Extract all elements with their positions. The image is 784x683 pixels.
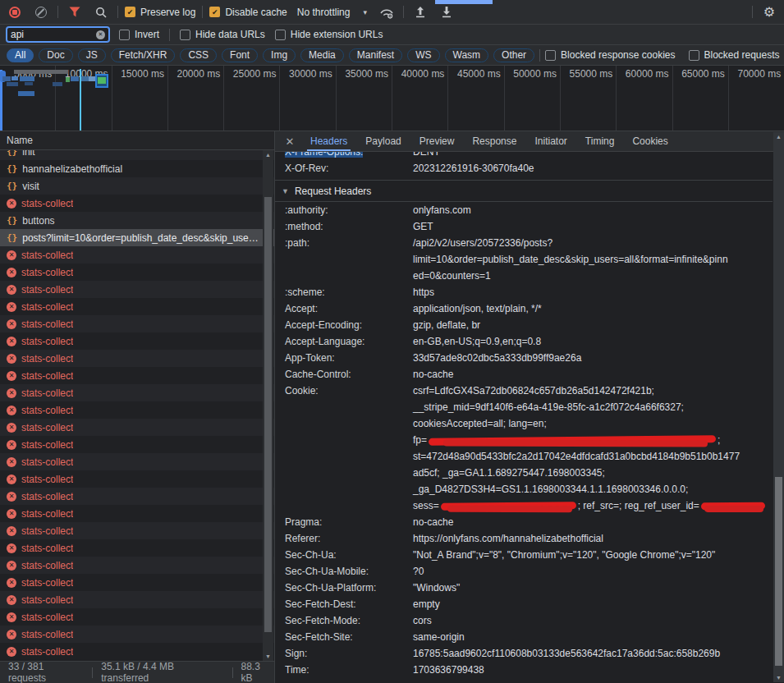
settings-button[interactable]: ⚙ [759,2,779,22]
request-row[interactable]: {}init [0,150,274,160]
request-row[interactable]: ✕stats-collect [0,332,274,350]
tab-payload[interactable]: Payload [356,131,410,151]
filter-input[interactable]: api ✕ [7,27,109,42]
header-row: Sec-Ch-Ua-Mobile:?0 [275,563,773,580]
error-icon: ✕ [7,268,16,277]
value-text: st=472d48a90d5433bfc2a2d17042e4dfdcafd31… [413,451,740,462]
filter-chip-other[interactable]: Other [493,48,534,62]
filter-chip-doc[interactable]: Doc [39,48,72,62]
request-row[interactable]: ✕stats-collect [0,643,274,660]
tab-cookies[interactable]: Cookies [623,131,676,151]
filter-chip-fetch-xhr[interactable]: Fetch/XHR [111,48,176,62]
request-row[interactable]: ✕stats-collect [0,470,274,488]
scrollbar-thumb[interactable] [775,477,782,666]
network-conditions-button[interactable] [377,2,397,22]
request-name: stats-collect [21,353,73,364]
header-value: empty [413,596,773,612]
blocked-response-cookies-checkbox[interactable]: Blocked response cookies [545,49,675,61]
request-row[interactable]: ✕stats-collect [0,384,274,401]
request-row[interactable]: ✕stats-collect [0,367,274,384]
filter-chip-media[interactable]: Media [300,48,344,62]
request-row[interactable]: ✕stats-collect [0,315,274,332]
scroll-down-icon[interactable]: ▼ [263,653,273,659]
filter-chip-all[interactable]: All [7,48,34,62]
clear-filter-icon[interactable]: ✕ [96,30,105,39]
request-row[interactable]: ✕stats-collect [0,264,274,281]
export-har-button[interactable] [437,2,456,22]
clear-button[interactable] [31,2,51,22]
disable-cache-checkbox[interactable]: ✔ Disable cache [209,7,287,18]
search-icon [95,7,107,18]
status-divider [92,667,93,678]
filter-chip-manifest[interactable]: Manifest [349,48,402,62]
request-row[interactable]: {}hannahelizabethofficial [0,160,274,177]
request-row[interactable]: {}posts?limit=10&order=publish_date_desc… [0,229,274,246]
header-name: Cookie: [285,383,413,514]
preserve-log-checkbox[interactable]: ✔ Preserve log [125,7,195,18]
request-row[interactable]: ✕stats-collect [0,488,274,505]
request-headers-section-header[interactable]: ▼ Request Headers [275,181,773,202]
filter-chip-js[interactable]: JS [78,48,106,62]
scrollbar-thumb[interactable] [264,197,272,632]
filter-chip-css[interactable]: CSS [180,48,217,62]
request-row[interactable]: ✕stats-collect [0,436,274,453]
request-row[interactable]: ✕stats-collect [0,626,274,643]
hide-data-urls-checkbox[interactable]: Hide data URLs [180,29,265,40]
waterfall-bar [53,82,62,86]
request-name: stats-collect [21,594,73,606]
invert-checkbox[interactable]: Invert [119,29,159,40]
tab-response[interactable]: Response [463,131,525,151]
request-row[interactable]: ✕stats-collect [0,522,274,539]
filter-chip-wasm[interactable]: Wasm [445,48,489,62]
filter-toggle-button[interactable] [65,2,85,22]
request-row[interactable]: ✕stats-collect [0,281,274,298]
request-row[interactable]: ✕stats-collect [0,608,274,626]
download-icon [441,6,452,18]
request-row[interactable]: ✕stats-collect [0,298,274,315]
search-button[interactable] [91,2,111,22]
request-name: stats-collect [21,387,73,399]
request-row[interactable]: ✕stats-collect [0,453,274,470]
filter-chip-ws[interactable]: WS [407,48,439,62]
request-name: stats-collect [21,491,73,502]
request-row[interactable]: ✕stats-collect [0,574,274,591]
error-icon: ✕ [7,250,16,260]
header-value: 1703636799438 [413,662,773,678]
request-row[interactable]: ✕stats-collect [0,350,274,367]
filter-chip-font[interactable]: Font [222,48,258,62]
request-row[interactable]: {}buttons [0,212,274,229]
request-row[interactable]: ✕stats-collect [0,539,274,557]
request-row[interactable]: ✕stats-collect [0,557,274,574]
filter-chip-img[interactable]: Img [263,48,296,62]
header-value: cors [413,612,773,629]
request-row[interactable]: ✕stats-collect [0,419,274,436]
scroll-down-icon[interactable]: ▼ [773,675,784,681]
request-row[interactable]: ✕stats-collect [0,591,274,608]
request-row[interactable]: ✕stats-collect [0,505,274,522]
details-scrollbar[interactable]: ▲ ▼ [773,132,784,682]
request-list-scrollbar[interactable]: ▲ ▼ [263,150,273,661]
header-value: 202312261916-30670fa40e [413,160,773,176]
close-details-button[interactable]: ✕ [278,131,301,151]
tab-timing[interactable]: Timing [576,131,624,151]
network-overview[interactable]: 5000 ms10000 ms15000 ms20000 ms25000 ms3… [0,66,784,131]
tab-preview[interactable]: Preview [410,131,464,151]
import-har-button[interactable] [410,2,430,22]
header-value: no-cache [413,366,773,383]
value-line: _ga_D4827DS3H4=GS1.1.1698003344.1.1.1698… [413,481,769,497]
record-button[interactable] [5,2,25,22]
request-row[interactable]: ✕stats-collect [0,401,274,419]
waterfall-bar [66,77,70,82]
tab-headers[interactable]: Headers [301,131,356,151]
request-row[interactable]: {}visit [0,177,274,195]
scroll-up-icon[interactable]: ▲ [263,152,273,158]
hide-extension-urls-checkbox[interactable]: Hide extension URLs [275,29,383,40]
scroll-up-icon[interactable]: ▲ [773,134,784,140]
request-row[interactable]: ✕stats-collect [0,195,274,212]
blocked-requests-checkbox[interactable]: Blocked requests [689,49,780,61]
request-name: stats-collect [21,577,73,589]
tab-initiator[interactable]: Initiator [525,131,575,151]
request-row[interactable]: ✕stats-collect [0,246,274,264]
name-column-header[interactable]: Name [0,131,274,150]
throttling-dropdown[interactable]: No throttling ▾ [294,7,370,18]
